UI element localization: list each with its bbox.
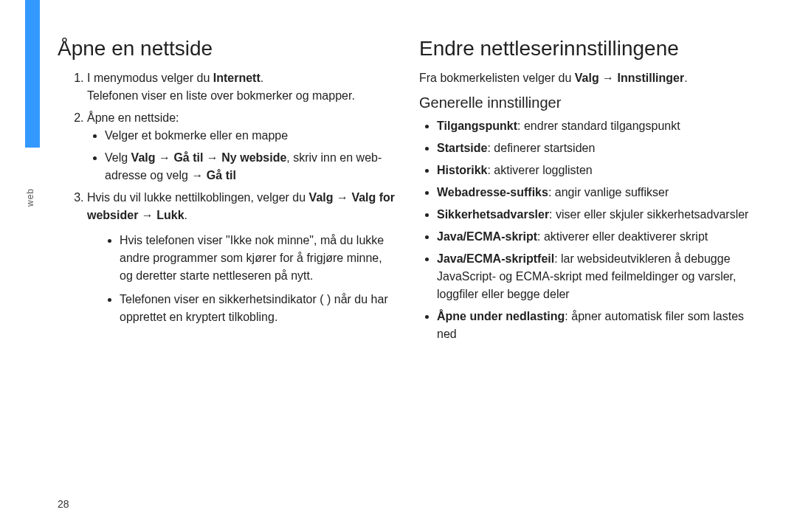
left-column: Åpne en nettside I menymodus velger du I… <box>58 37 397 348</box>
bold-text: Ny webside <box>221 151 286 164</box>
bold-text: Valg <box>309 191 334 204</box>
setting-item: Tilgangspunkt: endrer standard tilgangsp… <box>437 117 759 135</box>
side-strip: web <box>0 0 40 532</box>
bold-text: Valg <box>131 151 156 164</box>
step-2-bullet-2: Velg Valg → Gå til → Ny webside, skriv i… <box>105 149 397 184</box>
setting-item: Sikkerhetsadvarsler: viser eller skjuler… <box>437 206 759 224</box>
setting-name: Webadresse-suffiks <box>437 186 548 198</box>
text: . <box>261 72 263 84</box>
document-page: web Åpne en nettside I menymodus velger … <box>0 0 797 532</box>
step-2-lead: Åpne en nettside: <box>87 111 179 124</box>
setting-item: Webadresse-suffiks: angir vanlige suffik… <box>437 184 759 201</box>
setting-name: Tilgangspunkt <box>437 120 517 132</box>
setting-name: Java/ECMA-skriptfeil <box>437 252 554 265</box>
bold-text: Gå til <box>173 151 203 164</box>
left-heading: Åpne en nettside <box>58 37 397 61</box>
setting-item: Java/ECMA-skriptfeil: lar websideutvikle… <box>437 250 759 303</box>
side-tab <box>25 0 40 148</box>
content-area: Åpne en nettside I menymodus velger du I… <box>58 37 781 348</box>
setting-name: Java/ECMA-skript <box>437 230 537 243</box>
note-2: Telefonen viser en sikkerhetsindikator (… <box>120 291 397 326</box>
setting-item: Historikk: aktiverer logglisten <box>437 162 759 179</box>
setting-desc: : angir vanlige suffikser <box>548 186 669 198</box>
text: . <box>684 72 687 84</box>
setting-item: Startside: definerer startsiden <box>437 139 759 157</box>
setting-name: Historikk <box>437 164 487 176</box>
left-steps: I menymodus velger du Internett. Telefon… <box>58 69 397 224</box>
setting-item: Java/ECMA-skript: aktiverer eller deakti… <box>437 228 759 246</box>
setting-desc: : aktiverer eller deaktiverer skript <box>537 230 708 243</box>
setting-desc: : endrer standard tilgangspunkt <box>517 120 680 132</box>
right-column: Endre nettleserinnstillingene Fra bokmer… <box>419 37 759 348</box>
bold-text: Innstillinger <box>618 72 685 84</box>
arrow-icon: → <box>599 72 618 84</box>
bold-text: Gå til <box>207 169 236 182</box>
right-subheading: Generelle innstillinger <box>419 94 759 111</box>
note-block: Hvis telefonen viser "Ikke nok minne", m… <box>87 232 397 326</box>
note-list: Hvis telefonen viser "Ikke nok minne", m… <box>105 232 397 326</box>
step-1-text: I menymodus velger du Internett. <box>87 72 263 84</box>
text: . <box>184 209 187 221</box>
arrow-icon: → <box>191 169 206 182</box>
step-2-bullet-1: Velger et bokmerke eller en mappe <box>105 127 397 145</box>
step-3: Hvis du vil lukke nettilkoblingen, velge… <box>87 189 397 224</box>
arrow-icon: → <box>156 151 174 164</box>
settings-list: Tilgangspunkt: endrer standard tilgangsp… <box>419 117 759 343</box>
side-tab-label: web <box>25 188 40 207</box>
setting-name: Startside <box>437 142 487 154</box>
page-number: 28 <box>58 498 69 510</box>
bold-text: Lukk <box>156 209 184 221</box>
text: Velg <box>105 151 131 164</box>
text: I menymodus velger du <box>87 72 213 84</box>
text: Hvis du vil lukke nettilkoblingen, velge… <box>87 191 309 204</box>
setting-name: Åpne under nedlasting <box>437 310 565 322</box>
step-1: I menymodus velger du Internett. Telefon… <box>87 69 397 105</box>
setting-name: Sikkerhetsadvarsler <box>437 208 549 221</box>
setting-desc: : aktiverer logglisten <box>487 164 592 176</box>
bold-text: Internett <box>213 72 261 84</box>
setting-desc: : viser eller skjuler sikkerhetsadvarsle… <box>549 208 748 221</box>
arrow-icon: → <box>203 151 221 164</box>
note-1: Hvis telefonen viser "Ikke nok minne", m… <box>120 232 397 285</box>
setting-desc: : definerer startsiden <box>487 142 595 154</box>
setting-item: Åpne under nedlasting: åpner automatisk … <box>437 308 759 343</box>
arrow-icon: → <box>334 191 352 204</box>
step-2-bullets: Velger et bokmerke eller en mappe Velg V… <box>87 127 397 184</box>
arrow-icon: → <box>138 209 156 221</box>
step-2: Åpne en nettside: Velger et bokmerke ell… <box>87 109 397 184</box>
step-1-followup: Telefonen viser en liste over bokmerker … <box>87 87 397 105</box>
right-heading: Endre nettleserinnstillingene <box>419 37 759 61</box>
right-intro: Fra bokmerkelisten velger du Valg → Inns… <box>419 69 759 87</box>
bold-text: Valg <box>575 72 599 84</box>
text: Fra bokmerkelisten velger du <box>419 72 575 84</box>
